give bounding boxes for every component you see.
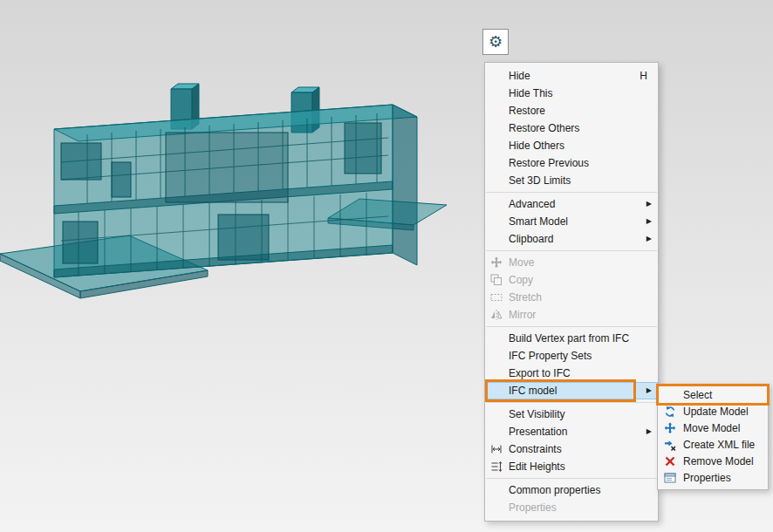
menu-item-smart-model[interactable]: Smart Model ▶ — [485, 213, 658, 230]
menu-item-label: Properties — [509, 501, 557, 514]
menu-item-hide-others[interactable]: Hide Others — [485, 137, 658, 154]
menu-item-label: Build Vertex part from IFC — [509, 332, 629, 344]
menu-item-label: Smart Model — [509, 215, 568, 228]
menu-item-label: Clipboard — [509, 233, 553, 245]
3d-building-model[interactable] — [0, 75, 452, 314]
submenu-arrow-icon: ▶ — [646, 230, 652, 248]
cad-viewport: ⚙ Hide H Hide This Restore Restore Other… — [0, 0, 773, 532]
menu-item-label: Properties — [683, 472, 731, 484]
menu-item-presentation[interactable]: Presentation ▶ — [485, 423, 658, 440]
menu-item-edit-heights[interactable]: Edit Heights — [485, 458, 658, 475]
stretch-icon — [490, 291, 503, 304]
submenu-item-remove-model[interactable]: Remove Model — [658, 454, 768, 470]
submenu-item-properties[interactable]: Properties — [658, 470, 768, 487]
context-toolbar-button[interactable]: ⚙ — [482, 29, 509, 55]
ifc-model-submenu: Select Update Model Move Model Create XM… — [657, 384, 769, 490]
menu-item-label: Hide Others — [509, 140, 564, 152]
menu-item-label: Select — [683, 389, 712, 401]
context-menu: Hide H Hide This Restore Restore Others … — [484, 62, 659, 522]
menu-separator — [486, 478, 657, 479]
menu-item-label: IFC Property Sets — [509, 350, 592, 362]
constraints-icon — [490, 443, 503, 455]
properties-icon — [664, 472, 676, 484]
menu-item-label: Update Model — [683, 406, 749, 418]
copy-icon — [490, 274, 503, 286]
submenu-item-move-model[interactable]: Move Model — [658, 420, 768, 437]
submenu-arrow-icon: ▶ — [646, 213, 652, 230]
submenu-arrow-icon: ▶ — [646, 382, 652, 399]
menu-item-mirror: Mirror — [485, 306, 658, 324]
shortcut-key: H — [640, 67, 647, 85]
submenu-arrow-icon: ▶ — [646, 195, 652, 213]
menu-separator — [486, 326, 657, 327]
menu-item-label: Advanced — [509, 198, 555, 210]
remove-model-icon — [664, 455, 676, 467]
move-model-icon — [664, 422, 676, 434]
menu-item-set-visibility[interactable]: Set Visibility — [485, 406, 658, 423]
menu-item-label: Stretch — [509, 291, 542, 304]
menu-separator — [486, 402, 657, 403]
menu-item-label: Hide This — [509, 87, 552, 99]
menu-item-ifc-model[interactable]: IFC model ▶ — [485, 382, 658, 399]
menu-item-stretch: Stretch — [485, 289, 658, 306]
menu-item-label: Restore — [509, 105, 545, 117]
menu-item-label: Edit Heights — [509, 460, 565, 473]
edit-heights-icon — [490, 460, 503, 473]
gear-icon: ⚙ — [489, 32, 503, 51]
menu-item-constraints[interactable]: Constraints — [485, 440, 658, 458]
create-xml-file-icon — [664, 439, 676, 451]
update-model-icon — [664, 406, 676, 418]
menu-item-export-to-ifc[interactable]: Export to IFC — [485, 365, 658, 382]
move-icon — [490, 256, 503, 269]
model-area — [0, 75, 452, 314]
menu-item-restore-previous[interactable]: Restore Previous — [485, 154, 658, 172]
menu-item-label: Copy — [509, 274, 533, 286]
menu-item-label: Set Visibility — [509, 408, 564, 420]
menu-item-label: Mirror — [509, 309, 536, 321]
menu-item-label: Export to IFC — [509, 367, 571, 379]
menu-item-label: Hide — [509, 70, 530, 82]
menu-item-common-properties[interactable]: Common properties — [485, 481, 658, 499]
menu-item-label: Restore Others — [509, 122, 579, 134]
menu-item-properties: Properties — [485, 499, 658, 516]
menu-item-copy: Copy — [485, 271, 658, 289]
menu-item-label: Common properties — [509, 484, 600, 496]
menu-separator — [486, 250, 657, 251]
menu-item-move: Move — [485, 254, 658, 271]
menu-item-label: Presentation — [509, 426, 567, 438]
submenu-item-select[interactable]: Select — [658, 387, 768, 404]
menu-item-label: IFC model — [509, 385, 557, 397]
menu-item-label: Move Model — [683, 422, 740, 434]
menu-item-ifc-property-sets[interactable]: IFC Property Sets — [485, 347, 658, 365]
submenu-item-create-xml-file[interactable]: Create XML file — [658, 437, 768, 454]
menu-item-advanced[interactable]: Advanced ▶ — [485, 195, 658, 213]
menu-item-clipboard[interactable]: Clipboard ▶ — [485, 230, 658, 248]
menu-item-label: Set 3D Limits — [509, 174, 571, 187]
menu-item-label: Restore Previous — [509, 157, 589, 169]
menu-item-build-vertex-part-from-ifc[interactable]: Build Vertex part from IFC — [485, 330, 658, 347]
menu-item-label: Constraints — [509, 443, 562, 455]
mirror-icon — [490, 309, 503, 321]
menu-item-hide-this[interactable]: Hide This — [485, 85, 658, 102]
menu-item-label: Move — [509, 256, 534, 269]
menu-item-restore[interactable]: Restore — [485, 102, 658, 119]
submenu-arrow-icon: ▶ — [646, 423, 652, 440]
menu-item-set-3d-limits[interactable]: Set 3D Limits — [485, 172, 658, 189]
menu-item-hide[interactable]: Hide H — [485, 67, 658, 85]
menu-separator — [486, 192, 657, 193]
menu-item-restore-others[interactable]: Restore Others — [485, 119, 658, 137]
menu-item-label: Create XML file — [683, 439, 755, 451]
menu-item-label: Remove Model — [683, 455, 754, 467]
submenu-item-update-model[interactable]: Update Model — [658, 404, 768, 420]
